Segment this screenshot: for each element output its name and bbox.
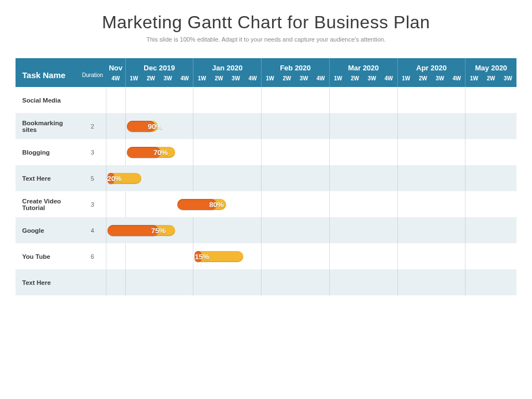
gantt-empty-cell xyxy=(380,87,397,113)
header-week: 1W xyxy=(466,73,483,87)
gantt-bar-label: 20% xyxy=(107,174,121,182)
gantt-bar: 75% xyxy=(106,217,176,243)
gantt-bar-cell: 15% xyxy=(193,243,244,269)
gantt-bar-cell: 75% xyxy=(106,217,176,243)
gantt-empty-cell xyxy=(499,217,516,243)
gantt-empty-cell xyxy=(499,269,516,295)
header-week: 4W xyxy=(313,73,330,87)
task-name: Text Here xyxy=(16,165,79,191)
gantt-empty-cell xyxy=(415,243,432,269)
gantt-empty-cell xyxy=(211,139,228,165)
gantt-empty-cell xyxy=(227,217,244,243)
gantt-empty-cell xyxy=(262,165,279,191)
header-week: 1W xyxy=(397,73,415,87)
gantt-empty-cell xyxy=(329,165,346,191)
header-week: 4W xyxy=(244,73,262,87)
gantt-empty-cell xyxy=(313,165,330,191)
gantt-body: Social MediaBookmarking sites290%Bloggin… xyxy=(16,87,516,295)
header-week: 2W xyxy=(415,73,432,87)
gantt-empty-cell xyxy=(295,269,313,295)
gantt-empty-cell xyxy=(483,113,500,139)
gantt-empty-cell xyxy=(346,139,364,165)
gantt-empty-cell xyxy=(262,243,279,269)
gantt-empty-cell xyxy=(227,191,244,217)
gantt-empty-cell xyxy=(364,165,381,191)
task-name: Text Here xyxy=(16,269,79,295)
gantt-empty-cell xyxy=(483,87,500,113)
gantt-empty-cell xyxy=(278,217,295,243)
gantt-empty-cell xyxy=(227,139,244,165)
task-duration xyxy=(79,269,106,295)
gantt-empty-cell xyxy=(106,243,125,269)
gantt-empty-cell xyxy=(295,243,313,269)
gantt-empty-cell xyxy=(244,191,262,217)
task-duration: 5 xyxy=(79,165,106,191)
header-week: 3W xyxy=(499,73,516,87)
gantt-empty-cell xyxy=(159,269,176,295)
gantt-empty-cell xyxy=(193,113,211,139)
gantt-empty-cell xyxy=(227,269,244,295)
gantt-empty-cell xyxy=(380,269,397,295)
gantt-bar-cell: 90% xyxy=(125,113,159,139)
gantt-empty-cell xyxy=(244,269,262,295)
gantt-empty-cell xyxy=(466,165,483,191)
gantt-empty-cell xyxy=(211,165,228,191)
gantt-bar-label: 70% xyxy=(154,148,168,156)
gantt-empty-cell xyxy=(142,191,160,217)
gantt-empty-cell xyxy=(448,217,466,243)
gantt-empty-cell xyxy=(159,165,176,191)
gantt-empty-cell xyxy=(499,165,516,191)
gantt-empty-cell xyxy=(159,191,176,217)
gantt-empty-cell xyxy=(106,191,125,217)
task-name: Create Video Tutorial xyxy=(16,191,79,217)
gantt-empty-cell xyxy=(176,269,193,295)
gantt-empty-cell xyxy=(176,217,193,243)
header-week: 2W xyxy=(483,73,500,87)
gantt-empty-cell xyxy=(125,243,142,269)
gantt-empty-cell xyxy=(397,165,415,191)
gantt-empty-cell xyxy=(483,269,500,295)
task-duration: 4 xyxy=(79,217,106,243)
header-week: 4W xyxy=(106,73,125,87)
gantt-empty-cell xyxy=(346,165,364,191)
header-month: Jan 2020 xyxy=(193,58,262,73)
gantt-empty-cell xyxy=(346,191,364,217)
gantt-empty-cell xyxy=(193,139,211,165)
gantt-bar: 20% xyxy=(106,165,142,191)
header-month: Nov xyxy=(106,58,125,73)
task-duration: 2 xyxy=(79,113,106,139)
header-week: 4W xyxy=(380,73,397,87)
gantt-empty-cell xyxy=(466,113,483,139)
gantt-empty-cell xyxy=(499,87,516,113)
gantt-empty-cell xyxy=(448,87,466,113)
gantt-empty-cell xyxy=(483,191,500,217)
gantt-empty-cell xyxy=(431,217,448,243)
gantt-empty-cell xyxy=(329,139,346,165)
gantt-empty-cell xyxy=(176,113,193,139)
gantt-bar-label: 80% xyxy=(209,200,224,208)
gantt-empty-cell xyxy=(483,217,500,243)
gantt-empty-cell xyxy=(329,269,346,295)
gantt-empty-cell xyxy=(431,165,448,191)
gantt-empty-cell xyxy=(329,87,346,113)
gantt-empty-cell xyxy=(329,243,346,269)
gantt-empty-cell xyxy=(466,243,483,269)
gantt-empty-cell xyxy=(364,113,381,139)
gantt-empty-cell xyxy=(329,217,346,243)
gantt-empty-cell xyxy=(244,165,262,191)
gantt-empty-cell xyxy=(397,217,415,243)
gantt-empty-cell xyxy=(364,191,381,217)
gantt-empty-cell xyxy=(397,139,415,165)
gantt-empty-cell xyxy=(346,87,364,113)
task-duration: 3 xyxy=(79,191,106,217)
gantt-empty-cell xyxy=(159,243,176,269)
gantt-empty-cell xyxy=(346,113,364,139)
header-month: Mar 2020 xyxy=(329,58,397,73)
task-name: Blogging xyxy=(16,139,79,165)
gantt-empty-cell xyxy=(431,113,448,139)
header-week: 2W xyxy=(278,73,295,87)
gantt-row: Text Here520% xyxy=(16,165,516,191)
gantt-empty-cell xyxy=(448,165,466,191)
gantt-empty-cell xyxy=(397,113,415,139)
gantt-empty-cell xyxy=(415,113,432,139)
